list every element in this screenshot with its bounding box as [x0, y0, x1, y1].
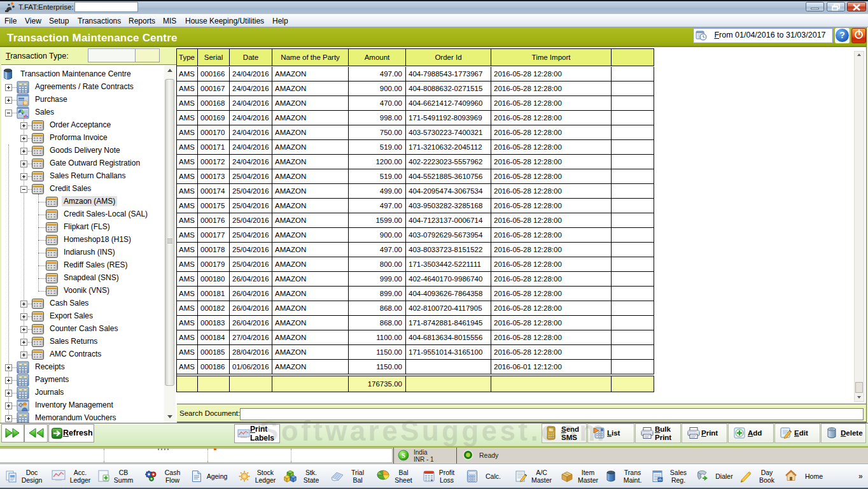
svg-text:S: S — [402, 451, 405, 459]
